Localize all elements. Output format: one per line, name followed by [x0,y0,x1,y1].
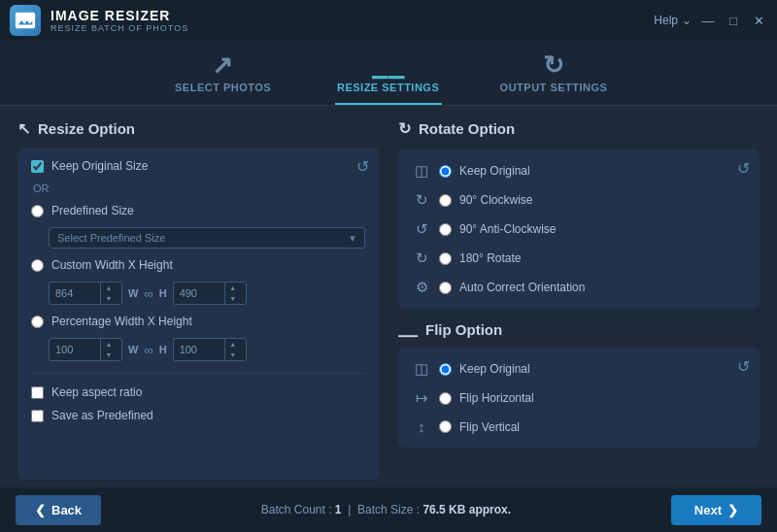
pct-height-spinners: ▲ ▼ [224,339,241,360]
custom-wh-radio[interactable] [31,259,44,272]
flip-keep-original-label: Keep Original [459,362,530,376]
logo-icon [15,10,36,31]
app-subtitle: RESIZE BATCH OF PHOTOS [51,23,654,33]
pct-height-down-spinner[interactable]: ▼ [225,349,241,360]
flip-vertical-radio[interactable] [439,420,452,433]
custom-wh-label: Custom Width X Height [51,258,173,272]
resize-option-card: ↺ Keep Original Size OR Predefined Size … [17,148,379,480]
height-down-spinner[interactable]: ▼ [225,293,241,304]
step-resize-settings[interactable]: ⎯⎯ RESIZE SETTINGS [335,52,442,105]
pct-height-up-spinner[interactable]: ▲ [225,339,241,349]
batch-info: Batch Count : 1 | Batch Size : 76.5 KB a… [113,503,659,516]
step-select-photos[interactable]: ↗ SELECT PHOTOS [170,52,277,105]
next-arrow-icon: ❯ [727,503,738,517]
next-button[interactable]: Next ❯ [671,495,761,525]
or-divider: OR [33,183,365,194]
restore-button[interactable]: □ [725,12,742,29]
close-button[interactable]: ✕ [750,12,767,29]
custom-wh-row: Custom Width X Height [31,258,365,272]
save-predefined-checkbox[interactable] [31,410,44,422]
step-select-photos-label: SELECT PHOTOS [175,82,271,93]
flip-vertical: ↕ Flip Vertical [412,417,746,436]
flip-horizontal-icon: ↦ [412,389,431,407]
height-input[interactable] [174,283,224,303]
save-predefined-row: Save as Predefined [31,409,365,422]
custom-wh-inputs: ▲ ▼ W ∞ H ▲ ▼ [49,282,365,305]
step-output-settings-label: OUTPUT SETTINGS [500,82,608,93]
pct-width-input-wrapper: ▲ ▼ [49,338,122,361]
keep-aspect-ratio-checkbox[interactable] [31,386,44,399]
link-icon: ∞ [144,286,152,301]
keep-original-size-checkbox[interactable] [31,160,44,173]
flip-keep-original-radio[interactable] [439,363,452,376]
pct-width-down-spinner[interactable]: ▼ [101,349,117,360]
rotate-auto-correct-label: Auto Correct Orientation [459,281,585,294]
minimize-button[interactable]: — [699,12,717,29]
rotate-90acw-icon: ↺ [412,220,431,238]
flip-horizontal-label: Flip Horizontal [459,391,534,405]
width-up-spinner[interactable]: ▲ [101,283,117,293]
flip-title-label: Flip Option [425,321,502,338]
percentage-wh-radio[interactable] [31,316,44,328]
flip-horizontal: ↦ Flip Horizontal [412,388,746,408]
rotate-180-label: 180° Rotate [459,251,522,265]
width-input[interactable] [50,283,100,303]
flip-section-icon: ⎯⎯ [398,320,418,338]
step-output-settings[interactable]: ↻ OUTPUT SETTINGS [500,52,608,105]
rotate-title-label: Rotate Option [419,120,515,137]
rotate-90acw-radio[interactable] [439,223,452,236]
rotate-keep-original-label: Keep Original [459,164,530,178]
back-button[interactable]: ❮ Back [16,495,101,525]
rotate-keep-original-radio[interactable] [439,165,452,178]
pct-width-input[interactable] [50,340,100,359]
keep-original-size-row: Keep Original Size [31,159,365,173]
predefined-size-radio[interactable] [31,205,44,217]
bottom-bar: ❮ Back Batch Count : 1 | Batch Size : 76… [0,487,777,532]
rotate-90cw-radio[interactable] [439,194,452,207]
predefined-size-row: Predefined Size [31,204,365,217]
rotate-90cw: ↻ 90° Clockwise [412,190,746,210]
predefined-size-select[interactable]: Select Predefined Size [49,227,365,249]
height-input-wrapper: ▲ ▼ [173,282,247,305]
rotate-keep-original: ◫ Keep Original [412,161,746,181]
main-content: ↖ Resize Option ↺ Keep Original Size OR … [0,106,777,487]
rotate-section-title: ↻ Rotate Option [398,119,760,138]
divider [31,373,365,374]
rotate-180-radio[interactable] [439,252,452,265]
flip-section-title: ⎯⎯ Flip Option [398,320,760,338]
flip-keep-original: ◫ Keep Original [412,359,746,379]
app-title: IMAGE RESIZER [51,8,654,23]
keep-aspect-ratio-label: Keep aspect ratio [51,385,142,399]
pct-link-icon: ∞ [144,343,152,357]
rotate-flip-panel: ↻ Rotate Option ↺ ◫ Keep Original ↻ 90° … [398,119,760,480]
help-button[interactable]: Help ⌄ [654,14,692,27]
flip-horizontal-radio[interactable] [439,392,452,405]
rotate-90acw-label: 90° Anti-Clockwise [459,222,557,236]
rotate-180-icon: ↻ [412,249,431,267]
resize-section-title: ↖ Resize Option [17,119,379,138]
percentage-wh-label: Percentage Width X Height [51,315,192,328]
batch-size-label: Batch Size : [357,503,420,516]
height-up-spinner[interactable]: ▲ [225,283,241,293]
rotate-auto-correct: ⚙ Auto Correct Orientation [412,278,746,297]
rotate-auto-correct-radio[interactable] [439,282,452,294]
step-navigation: ↗ SELECT PHOTOS ⎯⎯ RESIZE SETTINGS ↻ OUT… [0,41,777,106]
resize-reset-button[interactable]: ↺ [356,157,369,176]
pct-h-label: H [159,344,167,355]
save-predefined-label: Save as Predefined [51,409,153,422]
pct-width-up-spinner[interactable]: ▲ [101,339,117,349]
flip-reset-button[interactable]: ↺ [737,357,750,376]
resize-section-icon: ↖ [17,119,30,138]
app-title-block: IMAGE RESIZER RESIZE BATCH OF PHOTOS [51,8,654,33]
keep-original-size-label: Keep Original Size [51,159,148,173]
resize-settings-icon: ⎯⎯ [372,52,404,78]
height-spinners: ▲ ▼ [224,283,241,304]
predefined-size-label: Predefined Size [51,204,134,217]
app-logo [10,5,41,36]
predefined-size-select-wrapper: Select Predefined Size ▼ [49,227,365,249]
rotate-90acw: ↺ 90° Anti-Clockwise [412,219,746,239]
width-down-spinner[interactable]: ▼ [101,293,117,304]
select-photos-icon: ↗ [212,52,234,78]
pct-height-input[interactable] [174,340,224,359]
rotate-reset-button[interactable]: ↺ [737,159,750,178]
